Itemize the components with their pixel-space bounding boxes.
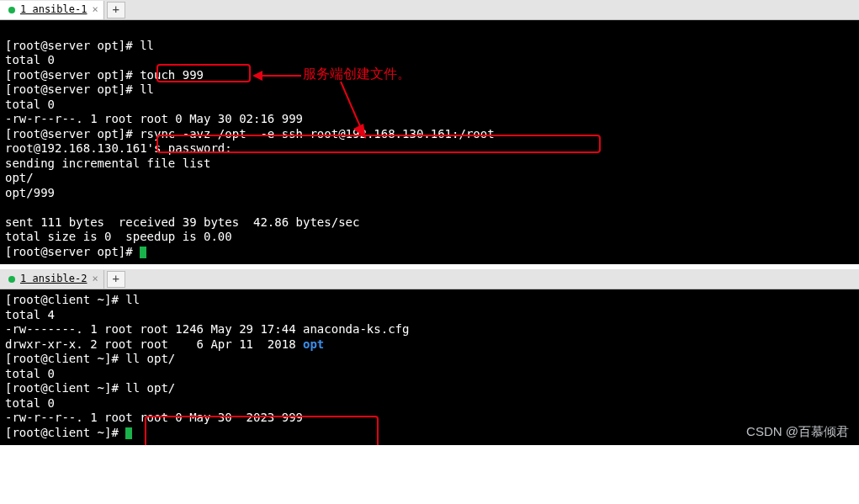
terminal-line: [root@client ~]# ll (5, 293, 854, 308)
terminal-line: [root@server opt]# (5, 245, 854, 260)
tab-label: 1 ansible-2 (20, 273, 87, 285)
terminal-line: [root@server opt]# rsync -avz /opt -e ss… (5, 127, 854, 142)
terminal-line: total 0 (5, 367, 854, 382)
terminal-line (5, 24, 854, 39)
terminal-line: -rw-r--r--. 1 root root 0 May 30 2023 99… (5, 411, 854, 426)
terminal-line: -rw-------. 1 root root 1246 May 29 17:4… (5, 322, 854, 337)
status-dot-icon (8, 276, 15, 283)
terminal-line: [root@server opt]# touch 999 (5, 68, 854, 83)
close-icon[interactable]: × (92, 3, 98, 16)
terminal-line: -rw-r--r--. 1 root root 0 May 30 02:16 9… (5, 112, 854, 127)
terminal-line: root@192.168.130.161's password: (5, 141, 854, 157)
terminal-line: [root@client ~]# (5, 426, 854, 441)
terminal-line: opt/999 (5, 186, 854, 201)
terminal-line: sending incremental file list (5, 157, 854, 172)
plus-icon: + (113, 3, 119, 18)
terminal-line: [root@server opt]# ll (5, 39, 854, 54)
terminal-line: [root@client ~]# ll opt/ (5, 352, 854, 367)
terminal-line (5, 200, 854, 215)
cursor-icon (125, 427, 132, 439)
terminal-line: total 4 (5, 308, 854, 323)
cursor-icon (140, 247, 146, 258)
terminal-line: total 0 (5, 396, 854, 411)
terminal-client[interactable]: [root@client ~]# lltotal 4-rw-------. 1 … (0, 289, 859, 445)
terminal-line: sent 111 bytes received 39 bytes 42.86 b… (5, 215, 854, 231)
terminal-line: total 0 (5, 53, 854, 68)
annotation-note-1: 服务端创建文件。 (303, 66, 411, 82)
terminal-server[interactable]: [root@server opt]# lltotal 0[root@server… (0, 20, 859, 264)
terminal-line: drwxr-xr-x. 2 root root 6 Apr 11 2018 op… (5, 337, 854, 353)
watermark: CSDN @百慕倾君 (746, 424, 849, 440)
close-icon[interactable]: × (92, 273, 98, 285)
tab-label: 1 ansible-1 (20, 3, 87, 16)
tabbar-top: 1 ansible-1 × + (0, 0, 859, 20)
add-tab-button[interactable]: + (107, 271, 125, 288)
terminal-line: total 0 (5, 98, 854, 113)
terminal-line: total size is 0 speedup is 0.00 (5, 230, 854, 245)
tabbar-bottom: 1 ansible-2 × + (0, 269, 859, 289)
terminal-line: [root@client ~]# ll opt/ (5, 381, 854, 396)
terminal-line: opt/ (5, 171, 854, 186)
tab-ansible-2[interactable]: 1 ansible-2 × (0, 270, 104, 289)
plus-icon: + (113, 272, 119, 287)
add-tab-button[interactable]: + (107, 2, 125, 19)
terminal-line: [root@server opt]# ll (5, 82, 854, 98)
status-dot-icon (8, 7, 15, 13)
tab-ansible-1[interactable]: 1 ansible-1 × (0, 1, 104, 19)
